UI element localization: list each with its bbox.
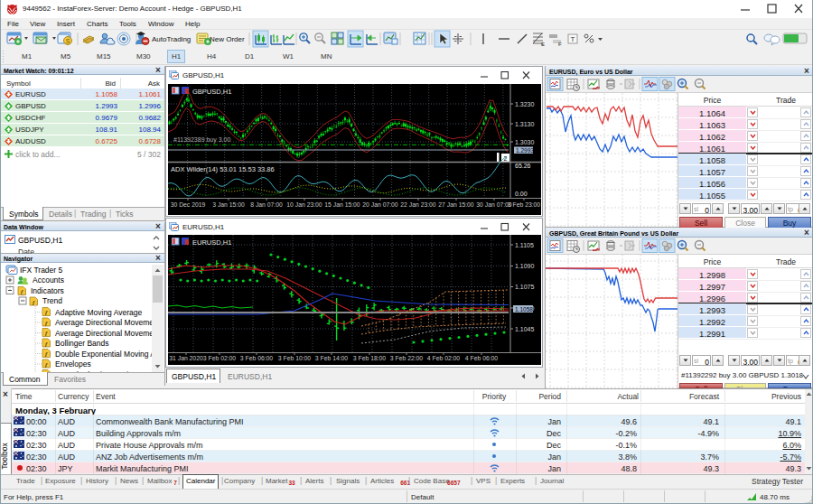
svg-text:1.3130: 1.3130 [515,121,535,127]
svg-text:GBPUSD,H1: GBPUSD,H1 [192,88,231,96]
svg-text:4 Feb 02:00: 4 Feb 02:00 [427,355,460,361]
svg-text:10 Jan 23:00: 10 Jan 23:00 [286,201,322,208]
svg-text:1.1090: 1.1090 [515,263,535,269]
svg-text:#11392389 buy 3.00: #11392389 buy 3.00 [173,136,230,144]
svg-text:3 Feb 23:00: 3 Feb 23:00 [508,201,540,208]
svg-text:3 Jan 15:00: 3 Jan 15:00 [212,201,245,208]
svg-text:20 Jan 07:00: 20 Jan 07:00 [362,201,398,208]
svg-text:30 Dec 2019: 30 Dec 2019 [171,201,206,208]
svg-text:31 Jan 2020: 31 Jan 2020 [169,355,203,361]
svg-text:ADX Wilder(14) 53.01 15.53 33.: ADX Wilder(14) 53.01 15.53 33.86 [171,165,275,173]
svg-text:IFX Trader 5: IFX Trader 5 [20,266,63,275]
svg-text:1.1075: 1.1075 [515,284,535,290]
svg-text:3 Feb 18:00: 3 Feb 18:00 [353,355,386,361]
svg-text:65.26: 65.26 [515,163,531,169]
svg-text:Double Exponential Moving Av: Double Exponential Moving Av [55,350,152,359]
svg-text:3 Feb 14:00: 3 Feb 14:00 [315,355,348,361]
svg-text:Average Directional Movement: Average Directional Movement [55,318,152,327]
svg-text:New Order: New Order [210,35,245,43]
svg-text:EURUSD,H1: EURUSD,H1 [192,238,231,247]
svg-text:F: F [558,42,562,47]
svg-text:T: T [571,35,575,43]
svg-text:3 Feb 02:00: 3 Feb 02:00 [203,355,236,361]
svg-text:Trend: Trend [42,296,62,305]
svg-text:Bollinger Bands: Bollinger Bands [55,339,109,348]
svg-text:Adaptive Moving Average: Adaptive Moving Average [55,308,143,317]
svg-text:Average Directional Movement: Average Directional Movement [55,329,152,338]
svg-text:Indicators: Indicators [31,286,64,295]
svg-text:Accounts: Accounts [33,275,64,285]
svg-text:0.00: 0.00 [515,191,528,197]
svg-text:1.3030: 1.3030 [515,139,535,145]
svg-text:AutoTrading: AutoTrading [152,35,191,43]
svg-text:1.1105: 1.1105 [515,242,534,248]
svg-text:8 Jan 07:00: 8 Jan 07:00 [250,201,283,208]
svg-text:3 Feb 22:00: 3 Feb 22:00 [390,355,423,361]
svg-text:22 Jan 23:00: 22 Jan 23:00 [400,201,436,208]
svg-text:27 Jan 15:00: 27 Jan 15:00 [438,201,474,208]
svg-text:S: S [66,38,70,44]
svg-text:3 Feb 10:00: 3 Feb 10:00 [278,355,311,361]
svg-text:1.2993: 1.2993 [516,147,534,154]
svg-text:1.3230: 1.3230 [515,101,535,107]
svg-text:15 Jan 15:00: 15 Jan 15:00 [324,201,360,208]
svg-text:4 Feb 06:00: 4 Feb 06:00 [465,355,498,361]
svg-text:1.1045: 1.1045 [515,326,535,332]
svg-text:3 Feb 06:00: 3 Feb 06:00 [240,355,273,361]
svg-text:Envelopes: Envelopes [55,359,91,369]
svg-text:E: E [541,42,545,47]
svg-text:1.1058: 1.1058 [515,306,533,313]
